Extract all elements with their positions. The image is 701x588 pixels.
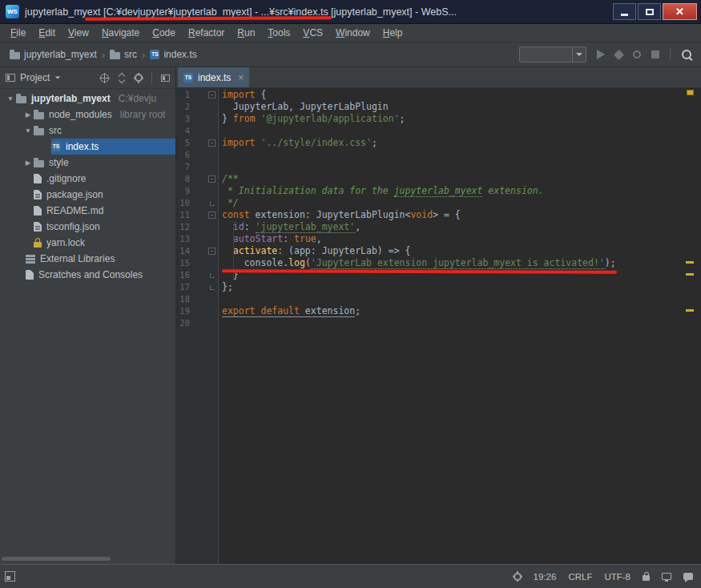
fold-close-icon[interactable] (210, 201, 215, 206)
menu-help[interactable]: Help (377, 24, 409, 42)
line-number[interactable]: 11 (176, 209, 190, 221)
encoding-indicator[interactable]: UTF-8 (604, 572, 630, 582)
event-log-icon[interactable] (683, 573, 693, 580)
code-line-3[interactable]: 3} from '@jupyterlab/application'; (176, 113, 701, 125)
line-number[interactable]: 9 (176, 185, 190, 197)
code-line-19[interactable]: 19export default extension; (176, 305, 701, 317)
line-number[interactable]: 1 (176, 89, 190, 101)
code-line-11[interactable]: 11-const extension: JupyterLabPlugin<voi… (176, 209, 701, 221)
collapse-all-icon[interactable] (118, 73, 126, 83)
tab-close-icon[interactable]: × (238, 74, 244, 82)
fold-open-icon[interactable]: - (208, 139, 216, 147)
code-line-18[interactable]: 18 (176, 293, 701, 305)
menu-window[interactable]: Window (329, 24, 377, 42)
breadcrumb-item-jupyterlab_myext[interactable]: jupyterlab_myext (8, 47, 99, 62)
fold-close-icon[interactable] (210, 273, 215, 278)
line-number[interactable]: 10 (176, 197, 190, 209)
breadcrumb-item-index.ts[interactable]: index.ts (148, 47, 198, 62)
coverage-icon[interactable] (614, 50, 624, 60)
code-line-10[interactable]: 10 */ (176, 197, 701, 209)
code-line-6[interactable]: 6 (176, 149, 701, 161)
tree-item-README.md[interactable]: README.md (0, 203, 175, 219)
line-number[interactable]: 19 (176, 305, 190, 317)
line-separator-indicator[interactable]: CRLF (568, 572, 592, 582)
line-number[interactable]: 15 (176, 257, 190, 269)
caret-position[interactable]: 19:26 (534, 572, 557, 582)
tree-item-src[interactable]: ▼src (0, 123, 175, 139)
tree-item-jupyterlab_myext[interactable]: ▼jupyterlab_myextC:¥devju (0, 91, 175, 107)
line-number[interactable]: 17 (176, 281, 190, 293)
code-line-17[interactable]: 17}; (176, 281, 701, 293)
fold-open-icon[interactable]: - (208, 91, 216, 99)
line-number[interactable]: 3 (176, 113, 190, 125)
code-line-20[interactable]: 20 (176, 317, 701, 329)
fold-open-icon[interactable]: - (208, 248, 216, 255)
tree-item-.gitignore[interactable]: .gitignore (0, 171, 175, 187)
line-number[interactable]: 13 (176, 233, 190, 245)
tree-open-arrow-icon[interactable]: ▼ (5, 95, 16, 103)
line-number[interactable]: 2 (176, 101, 190, 113)
fold-open-icon[interactable]: - (208, 211, 216, 219)
project-panel-title[interactable]: Project (20, 72, 50, 83)
error-stripe-warning-mark[interactable] (686, 309, 694, 312)
line-number[interactable]: 7 (176, 161, 190, 173)
project-view-chevron-icon[interactable] (55, 76, 60, 79)
line-number[interactable]: 5 (176, 137, 190, 149)
gear-icon[interactable] (135, 74, 143, 82)
lock-icon[interactable] (643, 575, 650, 581)
close-button[interactable]: ✕ (663, 3, 697, 20)
tree-item-node_modules[interactable]: ▶node_moduleslibrary root (0, 107, 175, 123)
hide-panel-icon[interactable] (161, 75, 170, 82)
error-stripe-warning-mark[interactable] (686, 261, 694, 264)
search-icon[interactable] (681, 49, 693, 61)
highlighting-level-icon[interactable] (662, 573, 671, 580)
error-stripe-warning-mark[interactable] (686, 273, 694, 276)
fold-open-icon[interactable]: - (208, 175, 216, 183)
menu-view[interactable]: View (62, 24, 95, 42)
code-line-13[interactable]: 13 autoStart: true, (176, 233, 701, 245)
line-number[interactable]: 16 (176, 269, 190, 281)
tree-item-External Libraries[interactable]: External Libraries (0, 251, 175, 267)
code-line-2[interactable]: 2 JupyterLab, JupyterLabPlugin (176, 101, 701, 113)
fold-close-icon[interactable] (210, 285, 215, 290)
menu-run[interactable]: Run (231, 24, 261, 42)
tree-item-package.json[interactable]: package.json (0, 187, 175, 203)
menu-code[interactable]: Code (146, 24, 182, 42)
line-number[interactable]: 20 (176, 317, 190, 329)
tab-index-ts[interactable]: index.ts × (178, 67, 249, 87)
tool-window-switcher-icon[interactable] (5, 571, 15, 582)
project-hscrollbar[interactable] (2, 557, 111, 561)
code-line-9[interactable]: 9 * Initialization data for the jupyterl… (176, 185, 701, 197)
maximize-button[interactable] (638, 3, 661, 20)
code-line-7[interactable]: 7 (176, 161, 701, 173)
file-status-indicator[interactable] (687, 90, 694, 95)
line-number[interactable]: 12 (176, 221, 190, 233)
tree-item-style[interactable]: ▶style (0, 155, 175, 171)
tree-closed-arrow-icon[interactable]: ▶ (22, 111, 34, 119)
code-line-1[interactable]: 1-import { (176, 89, 701, 101)
code-line-15[interactable]: 15 console.log('JupyterLab extension jup… (176, 257, 701, 269)
line-number[interactable]: 18 (176, 293, 190, 305)
run-configuration-select[interactable] (519, 46, 586, 62)
profiler-icon[interactable] (633, 50, 641, 58)
minimize-button[interactable] (613, 3, 636, 20)
tree-closed-arrow-icon[interactable]: ▶ (22, 159, 34, 167)
menu-navigate[interactable]: Navigate (95, 24, 146, 42)
code-line-5[interactable]: 5-import '../style/index.css'; (176, 137, 701, 149)
menu-refactor[interactable]: Refactor (182, 24, 231, 42)
tree-item-index.ts[interactable]: index.ts (0, 139, 175, 155)
tree-item-Scratches and Consoles[interactable]: Scratches and Consoles (0, 267, 175, 283)
code-line-8[interactable]: 8-/** (176, 173, 701, 185)
line-number[interactable]: 14 (176, 245, 190, 257)
line-number[interactable]: 8 (176, 173, 190, 185)
menu-tools[interactable]: Tools (261, 24, 296, 42)
editor-content[interactable]: 1-import {2 JupyterLab, JupyterLabPlugin… (176, 88, 701, 564)
line-number[interactable]: 6 (176, 149, 190, 161)
menu-file[interactable]: File (4, 24, 32, 42)
menu-edit[interactable]: Edit (32, 24, 62, 42)
stop-button[interactable] (651, 50, 659, 58)
menu-vcs[interactable]: VCS (296, 24, 329, 42)
line-number[interactable]: 4 (176, 125, 190, 137)
background-task-icon[interactable] (514, 573, 522, 581)
locate-file-icon[interactable] (100, 74, 109, 83)
